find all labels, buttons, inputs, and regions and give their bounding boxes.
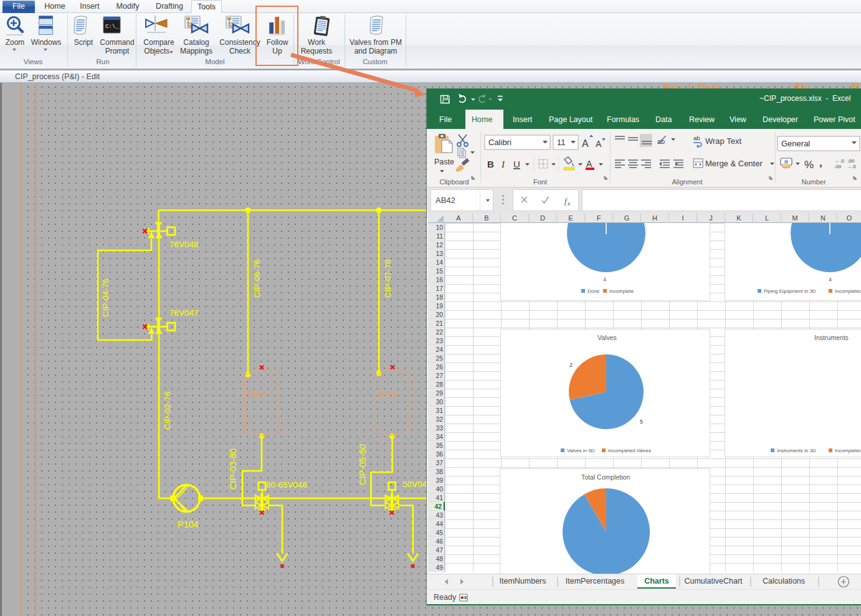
svg-text:2: 2 [569, 362, 573, 368]
svg-text:C:\_: C:\_ [105, 24, 119, 30]
svg-text:76V047: 76V047 [169, 308, 199, 318]
svg-text:Incompleted Pip: Incompleted Pip [835, 288, 861, 294]
svg-text:Piping Equipment in 3D: Piping Equipment in 3D [764, 288, 816, 294]
svg-text:Valves: Valves [597, 334, 617, 341]
svg-text:Valves in 3D: Valves in 3D [567, 448, 595, 453]
svg-text:4: 4 [829, 277, 832, 283]
svg-text:80-65V046: 80-65V046 [266, 480, 307, 490]
svg-text:Incompleted Ins: Incompleted Ins [835, 448, 861, 453]
svg-text:Instruments: Instruments [814, 334, 849, 341]
svg-text:76V048: 76V048 [169, 240, 199, 249]
svg-text:CIP-03-80: CIP-03-80 [228, 448, 238, 490]
svg-text:Total Completion: Total Completion [581, 473, 630, 481]
svg-text:Instruments in 3D: Instruments in 3D [777, 448, 816, 453]
svg-text:P104: P104 [178, 519, 199, 529]
svg-text:CIP-02-76: CIP-02-76 [163, 391, 172, 430]
svg-text:5: 5 [640, 419, 643, 425]
svg-text:Incomplete: Incomplete [609, 288, 634, 294]
svg-text:CIP-04-76: CIP-04-76 [101, 278, 110, 317]
svg-text:Done: Done [587, 288, 600, 294]
svg-text:CIP-07-76: CIP-07-76 [383, 259, 392, 298]
svg-text:4: 4 [603, 277, 606, 283]
svg-text:CIP-06-76: CIP-06-76 [252, 259, 262, 298]
svg-text:Incompleted Valves: Incompleted Valves [608, 448, 651, 453]
svg-text:B002: B002 [379, 391, 397, 399]
svg-text:B001: B001 [249, 391, 267, 399]
svg-text:CIP-05-50: CIP-05-50 [358, 444, 368, 485]
